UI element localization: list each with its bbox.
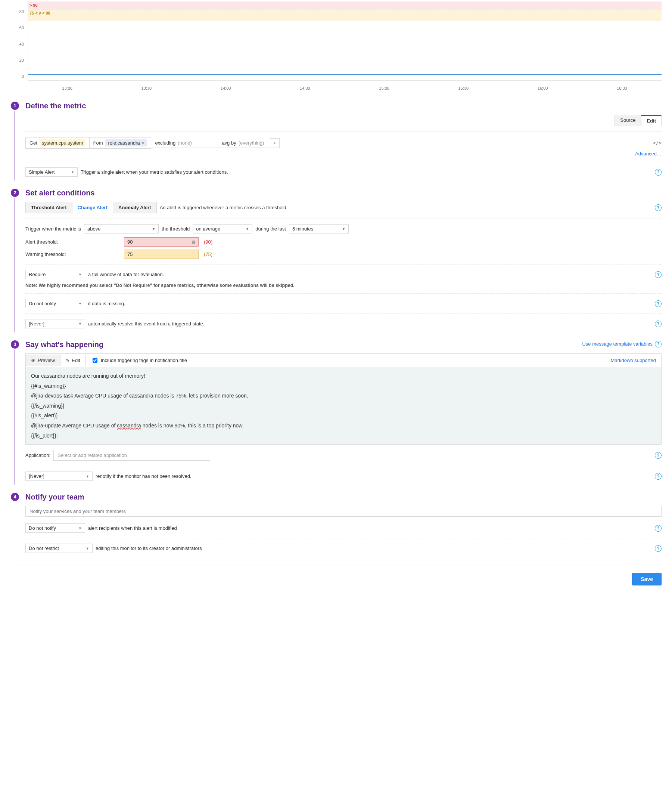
- step-bullet-2: 2: [11, 189, 19, 197]
- require-desc: a full window of data for evaluation.: [88, 272, 164, 277]
- require-value: Require: [29, 272, 46, 277]
- query-tag[interactable]: role:cassandra×: [105, 139, 147, 146]
- autoresolve-desc: automatically resolve this event from a …: [88, 321, 204, 327]
- query-aggregate[interactable]: avg by (everything): [218, 138, 268, 148]
- alert-threshold-input[interactable]: 90 ▦: [124, 237, 199, 247]
- autoresolve-select[interactable]: [Never]▼: [25, 319, 85, 329]
- x-tick: 14:30: [300, 86, 310, 90]
- include-tags-label: Include triggering tags in notification …: [101, 357, 187, 363]
- restrict-desc: editing this monitor to its creator or a…: [96, 545, 202, 551]
- metric-chart: 100 80 60 40 20 0 > 90 75 < y < 90 13:00…: [10, 0, 662, 93]
- warn-threshold-label: Warning threshold:: [25, 251, 119, 257]
- direction-select[interactable]: above▼: [84, 224, 159, 234]
- help-icon[interactable]: [655, 320, 662, 327]
- alert-mode-select[interactable]: Simple Alert ▼: [25, 168, 78, 177]
- save-button[interactable]: Save: [632, 573, 662, 585]
- help-icon[interactable]: [655, 168, 662, 176]
- y-tick: 20: [20, 58, 24, 62]
- alert-type-desc: An alert is triggered whenever a metric …: [160, 205, 288, 210]
- y-axis: 100 80 60 40 20 0: [10, 0, 26, 81]
- caret-icon: ▼: [152, 227, 155, 231]
- tab-preview[interactable]: Preview: [26, 355, 61, 366]
- restrict-select[interactable]: Do not restrict▼: [25, 544, 93, 553]
- direction-value: above: [88, 226, 101, 232]
- series-line: [28, 74, 662, 75]
- tab-change-alert[interactable]: Change Alert: [73, 202, 113, 213]
- notify-on-modify-select[interactable]: Do not notify▼: [25, 523, 85, 533]
- help-icon[interactable]: [655, 473, 662, 480]
- help-icon[interactable]: [655, 525, 662, 531]
- query-excluding-value: (none): [178, 140, 192, 146]
- y-tick: 80: [20, 9, 24, 14]
- trigger-mid2: during the last: [255, 226, 286, 232]
- msg-line: {{#is_alert}}: [31, 412, 58, 418]
- step3-title: Say what's happening: [25, 340, 103, 349]
- tab-source[interactable]: Source: [614, 115, 641, 126]
- msg-line: {{/is_alert}}|: [31, 433, 58, 438]
- tab-edit-message[interactable]: Edit: [61, 355, 86, 366]
- eye-icon: [31, 357, 35, 363]
- step-bullet-1: 1: [11, 101, 19, 110]
- code-icon[interactable]: </>: [653, 140, 662, 146]
- x-tick: 13:00: [62, 86, 73, 90]
- query-from[interactable]: from role:cassandra×: [89, 137, 152, 149]
- warn-threshold-input[interactable]: 75: [124, 249, 199, 259]
- msg-line: Our cassandra nodes are running out of m…: [31, 373, 145, 379]
- query-metric[interactable]: system.cpu.system: [40, 139, 86, 146]
- trigger-mid1: the threshold: [162, 226, 190, 232]
- message-editor[interactable]: Our cassandra nodes are running out of m…: [25, 367, 662, 445]
- alert-threshold-value: 90: [127, 239, 132, 245]
- include-tags-input[interactable]: [93, 358, 98, 363]
- renotify-select[interactable]: [Never]▼: [25, 472, 93, 481]
- missing-select[interactable]: Do not notify▼: [25, 299, 85, 308]
- warn-band-label: 75 < y < 90: [30, 11, 50, 15]
- notify-input[interactable]: [25, 506, 662, 517]
- query-excluding[interactable]: excluding (none): [151, 138, 218, 148]
- add-filter-button[interactable]: +: [270, 138, 280, 148]
- plot-area[interactable]: > 90 75 < y < 90: [28, 2, 662, 81]
- msg-line: {{#is_warning}}: [31, 383, 66, 389]
- window-select[interactable]: 5 minutes▼: [289, 224, 349, 234]
- remove-tag-icon[interactable]: ×: [141, 140, 144, 146]
- trigger-prefix: Trigger when the metric is: [25, 226, 81, 232]
- stepper-icon[interactable]: ▦: [192, 239, 195, 244]
- step-bullet-4: 4: [11, 493, 19, 501]
- step-line: [15, 198, 15, 332]
- require-select[interactable]: Require▼: [25, 270, 85, 279]
- tab-threshold-alert[interactable]: Threshold Alert: [26, 202, 73, 213]
- help-icon[interactable]: [655, 204, 662, 211]
- tab-anomaly-alert[interactable]: Anomaly Alert: [113, 202, 156, 213]
- tab-preview-label: Preview: [38, 357, 55, 363]
- alert-mode-value: Simple Alert: [29, 169, 55, 175]
- warn-band: [28, 9, 662, 21]
- include-tags-checkbox[interactable]: Include triggering tags in notification …: [86, 354, 192, 367]
- metric-query-row: Get system.cpu.system from role:cassandr…: [25, 137, 662, 149]
- x-axis: 13:00 13:30 14:00 14:30 15:00 15:30 16:0…: [28, 86, 662, 90]
- caret-icon: ▼: [78, 273, 82, 276]
- help-icon[interactable]: [655, 452, 662, 459]
- editor-tabs: Preview Edit Include triggering tags in …: [25, 354, 662, 367]
- query-dashed-fill: [283, 143, 649, 143]
- caret-icon: ▼: [71, 170, 74, 174]
- help-icon[interactable]: [655, 545, 662, 552]
- step-bullet-3: 3: [11, 340, 19, 349]
- caret-icon: ▼: [78, 526, 82, 530]
- application-input[interactable]: Select or add related application: [53, 450, 210, 461]
- caret-icon: ▼: [86, 546, 89, 550]
- x-tick: 15:30: [458, 86, 469, 90]
- help-icon[interactable]: [655, 300, 662, 307]
- tab-edit[interactable]: Edit: [641, 115, 662, 126]
- caret-icon: ▼: [78, 322, 82, 326]
- warn-threshold-echo: (75): [204, 251, 662, 257]
- notify-on-modify-value: Do not notify: [29, 525, 56, 531]
- advanced-link[interactable]: Advanced…: [635, 151, 662, 156]
- template-variables-link[interactable]: Use message template variables: [582, 341, 652, 347]
- query-get-label: Get: [30, 140, 37, 146]
- caret-icon: ▼: [86, 475, 89, 478]
- help-icon[interactable]: [655, 271, 662, 278]
- markdown-supported-link[interactable]: Markdown supported: [606, 355, 661, 366]
- help-icon[interactable]: [655, 340, 662, 347]
- query-get[interactable]: Get system.cpu.system: [25, 137, 89, 149]
- renotify-desc: renotify if the monitor has not been res…: [96, 473, 192, 479]
- method-select[interactable]: on average▼: [193, 224, 252, 234]
